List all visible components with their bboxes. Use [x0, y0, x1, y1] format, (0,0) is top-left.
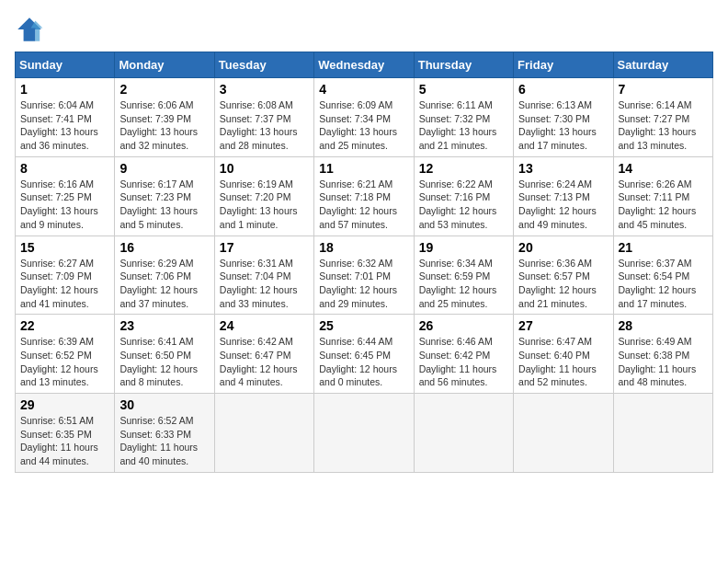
day-number: 9	[119, 161, 209, 176]
day-number: 26	[419, 318, 508, 333]
calendar-cell	[514, 394, 613, 473]
logo	[15, 15, 48, 44]
day-number: 6	[518, 82, 608, 97]
calendar-cell: 4Sunrise: 6:09 AMSunset: 7:34 PMDaylight…	[314, 78, 414, 157]
day-info: Sunrise: 6:29 AMSunset: 7:06 PMDaylight:…	[119, 257, 209, 311]
day-number: 25	[319, 318, 408, 333]
day-number: 13	[518, 161, 608, 176]
day-number: 14	[619, 161, 708, 176]
day-header-sunday: Sunday	[16, 52, 115, 78]
calendar-cell: 21Sunrise: 6:37 AMSunset: 6:54 PMDayligh…	[613, 236, 712, 315]
calendar-cell: 28Sunrise: 6:49 AMSunset: 6:38 PMDayligh…	[613, 315, 712, 394]
day-info: Sunrise: 6:34 AMSunset: 6:59 PMDaylight:…	[419, 257, 508, 311]
day-info: Sunrise: 6:47 AMSunset: 6:40 PMDaylight:…	[518, 335, 608, 389]
calendar-cell: 17Sunrise: 6:31 AMSunset: 7:04 PMDayligh…	[214, 236, 313, 315]
day-number: 22	[20, 318, 109, 333]
calendar-week-4: 22Sunrise: 6:39 AMSunset: 6:52 PMDayligh…	[16, 315, 713, 394]
calendar-cell: 9Sunrise: 6:17 AMSunset: 7:23 PMDaylight…	[115, 156, 214, 236]
calendar-cell: 15Sunrise: 6:27 AMSunset: 7:09 PMDayligh…	[16, 236, 115, 315]
day-number: 10	[220, 161, 309, 176]
day-info: Sunrise: 6:14 AMSunset: 7:27 PMDaylight:…	[619, 98, 708, 153]
calendar-cell: 22Sunrise: 6:39 AMSunset: 6:52 PMDayligh…	[16, 315, 115, 394]
calendar-week-5: 29Sunrise: 6:51 AMSunset: 6:35 PMDayligh…	[16, 394, 713, 473]
day-header-monday: Monday	[115, 52, 214, 78]
day-number: 2	[119, 82, 209, 97]
calendar-cell	[314, 394, 414, 473]
calendar-cell: 11Sunrise: 6:21 AMSunset: 7:18 PMDayligh…	[314, 156, 414, 236]
calendar-cell: 29Sunrise: 6:51 AMSunset: 6:35 PMDayligh…	[16, 394, 115, 473]
day-number: 3	[220, 82, 309, 97]
day-header-friday: Friday	[514, 52, 613, 78]
calendar-cell	[414, 394, 513, 473]
day-info: Sunrise: 6:13 AMSunset: 7:30 PMDaylight:…	[518, 98, 608, 153]
calendar-cell: 8Sunrise: 6:16 AMSunset: 7:25 PMDaylight…	[16, 156, 115, 236]
day-info: Sunrise: 6:19 AMSunset: 7:20 PMDaylight:…	[220, 178, 309, 232]
calendar-cell: 20Sunrise: 6:36 AMSunset: 6:57 PMDayligh…	[514, 236, 613, 315]
calendar-week-1: 1Sunrise: 6:04 AMSunset: 7:41 PMDaylight…	[16, 78, 713, 157]
calendar-cell: 25Sunrise: 6:44 AMSunset: 6:45 PMDayligh…	[314, 315, 414, 394]
calendar-cell: 26Sunrise: 6:46 AMSunset: 6:42 PMDayligh…	[414, 315, 513, 394]
calendar-cell: 2Sunrise: 6:06 AMSunset: 7:39 PMDaylight…	[115, 78, 214, 157]
calendar-cell: 18Sunrise: 6:32 AMSunset: 7:01 PMDayligh…	[314, 236, 414, 315]
calendar-cell: 6Sunrise: 6:13 AMSunset: 7:30 PMDaylight…	[514, 78, 613, 157]
day-info: Sunrise: 6:08 AMSunset: 7:37 PMDaylight:…	[220, 98, 309, 153]
day-number: 24	[220, 318, 309, 333]
day-number: 12	[419, 161, 508, 176]
day-info: Sunrise: 6:26 AMSunset: 7:11 PMDaylight:…	[619, 178, 708, 232]
calendar-cell	[214, 394, 313, 473]
calendar-cell: 12Sunrise: 6:22 AMSunset: 7:16 PMDayligh…	[414, 156, 513, 236]
calendar-cell: 24Sunrise: 6:42 AMSunset: 6:47 PMDayligh…	[214, 315, 313, 394]
day-info: Sunrise: 6:31 AMSunset: 7:04 PMDaylight:…	[220, 257, 309, 311]
day-info: Sunrise: 6:39 AMSunset: 6:52 PMDaylight:…	[20, 335, 109, 389]
day-number: 4	[319, 82, 408, 97]
calendar-cell: 3Sunrise: 6:08 AMSunset: 7:37 PMDaylight…	[214, 78, 313, 157]
page-header	[15, 15, 713, 44]
day-number: 21	[619, 240, 708, 255]
day-info: Sunrise: 6:22 AMSunset: 7:16 PMDaylight:…	[419, 178, 508, 232]
day-info: Sunrise: 6:44 AMSunset: 6:45 PMDaylight:…	[319, 335, 408, 389]
calendar-cell	[613, 394, 712, 473]
day-number: 1	[20, 82, 109, 97]
calendar-cell: 7Sunrise: 6:14 AMSunset: 7:27 PMDaylight…	[613, 78, 712, 157]
day-number: 23	[119, 318, 209, 333]
day-info: Sunrise: 6:11 AMSunset: 7:32 PMDaylight:…	[419, 98, 508, 153]
day-number: 17	[220, 240, 309, 255]
day-number: 7	[619, 82, 708, 97]
day-info: Sunrise: 6:46 AMSunset: 6:42 PMDaylight:…	[419, 335, 508, 389]
day-number: 30	[119, 397, 209, 412]
day-info: Sunrise: 6:17 AMSunset: 7:23 PMDaylight:…	[119, 178, 209, 232]
day-header-thursday: Thursday	[414, 52, 513, 78]
day-info: Sunrise: 6:41 AMSunset: 6:50 PMDaylight:…	[119, 335, 209, 389]
day-info: Sunrise: 6:21 AMSunset: 7:18 PMDaylight:…	[319, 178, 408, 232]
day-number: 28	[619, 318, 708, 333]
day-info: Sunrise: 6:27 AMSunset: 7:09 PMDaylight:…	[20, 257, 109, 311]
day-info: Sunrise: 6:52 AMSunset: 6:33 PMDaylight:…	[119, 414, 209, 468]
calendar-cell: 14Sunrise: 6:26 AMSunset: 7:11 PMDayligh…	[613, 156, 712, 236]
day-info: Sunrise: 6:06 AMSunset: 7:39 PMDaylight:…	[119, 98, 209, 153]
day-number: 11	[319, 161, 408, 176]
day-info: Sunrise: 6:51 AMSunset: 6:35 PMDaylight:…	[20, 414, 109, 468]
day-header-saturday: Saturday	[613, 52, 712, 78]
calendar-week-2: 8Sunrise: 6:16 AMSunset: 7:25 PMDaylight…	[16, 156, 713, 236]
day-header-tuesday: Tuesday	[214, 52, 313, 78]
day-info: Sunrise: 6:09 AMSunset: 7:34 PMDaylight:…	[319, 98, 408, 153]
day-number: 18	[319, 240, 408, 255]
day-info: Sunrise: 6:42 AMSunset: 6:47 PMDaylight:…	[220, 335, 309, 389]
calendar-cell: 10Sunrise: 6:19 AMSunset: 7:20 PMDayligh…	[214, 156, 313, 236]
day-number: 8	[20, 161, 109, 176]
day-info: Sunrise: 6:37 AMSunset: 6:54 PMDaylight:…	[619, 257, 708, 311]
day-number: 5	[419, 82, 508, 97]
day-info: Sunrise: 6:16 AMSunset: 7:25 PMDaylight:…	[20, 178, 109, 232]
day-number: 29	[20, 397, 109, 412]
calendar-cell: 19Sunrise: 6:34 AMSunset: 6:59 PMDayligh…	[414, 236, 513, 315]
day-number: 27	[518, 318, 608, 333]
logo-icon	[15, 15, 44, 44]
day-number: 19	[419, 240, 508, 255]
calendar-cell: 1Sunrise: 6:04 AMSunset: 7:41 PMDaylight…	[16, 78, 115, 157]
calendar-week-3: 15Sunrise: 6:27 AMSunset: 7:09 PMDayligh…	[16, 236, 713, 315]
calendar-cell: 13Sunrise: 6:24 AMSunset: 7:13 PMDayligh…	[514, 156, 613, 236]
day-number: 20	[518, 240, 608, 255]
calendar-cell: 27Sunrise: 6:47 AMSunset: 6:40 PMDayligh…	[514, 315, 613, 394]
calendar-cell: 30Sunrise: 6:52 AMSunset: 6:33 PMDayligh…	[115, 394, 214, 473]
day-info: Sunrise: 6:49 AMSunset: 6:38 PMDaylight:…	[619, 335, 708, 389]
